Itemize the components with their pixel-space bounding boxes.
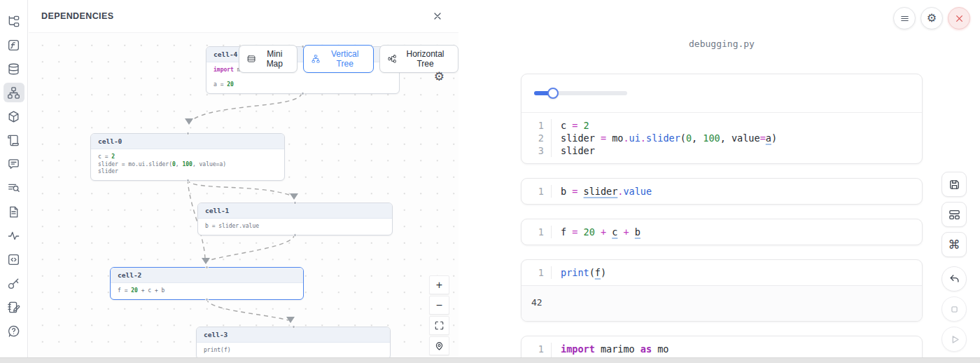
edge-cell-4-cell-0 (190, 93, 302, 121)
graph-node-code: f = 20 + c + b (111, 283, 303, 299)
slider-widget[interactable] (534, 88, 627, 99)
activity-item-documentation[interactable] (4, 202, 24, 221)
activity-item-packages[interactable] (4, 107, 24, 126)
chat-icon (7, 158, 20, 171)
line-number: 3 (522, 144, 551, 157)
view-button-label: Mini Map (260, 49, 289, 69)
graph-node-cell-3[interactable]: cell-3 print(f) (196, 327, 391, 358)
pin-icon (434, 341, 444, 351)
code-line: 1b = slider.value (522, 185, 922, 198)
graph-node-code: print(f) (197, 343, 390, 358)
maximize-icon (434, 320, 444, 331)
zoom-in-button[interactable]: + (429, 275, 449, 294)
node-handle-bottom (186, 179, 190, 182)
activity-item-file-explorer[interactable] (4, 11, 24, 31)
fit-view-button[interactable] (429, 316, 449, 335)
settings-button[interactable]: ⚙ (920, 7, 943, 29)
graph-node-cell-1[interactable]: cell-1 b = slider.value (197, 203, 393, 235)
graph-node-title: cell-3 (197, 327, 390, 343)
node-handle-top (205, 266, 209, 269)
line-number: 1 (522, 119, 551, 132)
line-number: 2 (522, 132, 551, 144)
stop-button[interactable] (941, 296, 967, 322)
edge-cell-1-cell-2 (208, 234, 295, 261)
run-all-button[interactable] (941, 327, 967, 352)
shutdown-button[interactable] (948, 7, 970, 29)
activity-item-dependencies[interactable] (4, 83, 24, 102)
view-button-vertical-tree[interactable]: Vertical Tree (303, 45, 373, 73)
code-line: 1f = 20 + c + b (522, 226, 922, 238)
layout-button[interactable] (941, 202, 967, 227)
code-line: 1c = 2 (522, 119, 922, 132)
notebook-cells: 1c = 22slider = mo.ui.slider(0, 100, val… (521, 74, 923, 358)
graph-node-cell-2[interactable]: cell-2 f = 20 + c + b (110, 267, 304, 300)
play-icon (948, 333, 961, 346)
list-search-icon (7, 182, 20, 195)
activity-item-variables[interactable] (4, 35, 24, 55)
edge-arrowhead (290, 193, 298, 200)
view-button-label: Vertical Tree (325, 49, 365, 69)
notebook-menu-button[interactable] (893, 7, 916, 29)
activity-item-snippets[interactable] (4, 249, 24, 269)
undo-button[interactable] (941, 266, 967, 292)
database-icon (7, 62, 20, 76)
activity-item-data-sources[interactable] (4, 59, 24, 78)
code-editor[interactable]: 1b = slider.value (522, 179, 922, 204)
graph-node-title: cell-1 (198, 203, 392, 219)
notebook-cell-import: 1import marimo as mo2 (521, 336, 923, 358)
plus-icon: + (436, 280, 442, 291)
marimo-app: DEPENDENCIES cell-4 import marimo as mo … (0, 0, 980, 363)
stop-icon (948, 303, 961, 316)
activity-item-help[interactable] (4, 321, 24, 341)
save-button[interactable] (941, 172, 967, 197)
graph-icon (7, 86, 20, 100)
code-line: 1print(f) (522, 266, 922, 279)
activity-item-logs[interactable] (4, 130, 24, 150)
code-editor[interactable]: 1c = 22slider = mo.ui.slider(0, 100, val… (522, 113, 922, 163)
line-number: 1 (522, 185, 551, 198)
code-editor[interactable]: 1print(f) (522, 260, 922, 285)
center-selection-button[interactable] (429, 336, 449, 355)
graph-node-title: cell-0 (91, 134, 284, 149)
slider-thumb[interactable] (547, 88, 559, 99)
edge-arrowhead (286, 317, 295, 323)
vtree-icon (312, 54, 320, 64)
notebook-area: ⚙ debugging.py 1c = 22slider = mo.ui.sli… (459, 0, 980, 358)
close-icon (953, 13, 965, 25)
graph-settings-gear-icon[interactable]: ⚙ (434, 71, 444, 83)
activity-item-secrets[interactable] (4, 273, 24, 293)
graph-node-title: cell-2 (111, 268, 303, 283)
close-panel-button[interactable] (432, 9, 446, 23)
node-handle-top (293, 201, 297, 205)
code-editor[interactable]: 1f = 20 + c + b (522, 219, 922, 245)
activity-icon (7, 229, 20, 242)
activity-item-search-logs[interactable] (4, 178, 24, 198)
view-button-mini-map[interactable]: Mini Map (239, 45, 298, 73)
zoom-controls: +− (429, 275, 449, 355)
dependencies-panel: DEPENDENCIES cell-4 import marimo as mo … (29, 0, 458, 358)
graph-node-cell-0[interactable]: cell-0 c = 2slider = mo.ui.slider(0, 100… (90, 133, 285, 181)
code-editor[interactable]: 1import marimo as mo2 (522, 336, 922, 358)
activity-item-performance[interactable] (4, 226, 24, 245)
notebook-cell-b: 1b = slider.value (521, 178, 923, 205)
node-handle-bottom (205, 298, 209, 301)
dependency-graph-canvas[interactable]: cell-4 import marimo as mo a = 20 cell-0… (29, 33, 458, 358)
view-button-horizontal-tree[interactable]: Horizontal Tree (379, 45, 458, 73)
line-number: 1 (522, 343, 551, 355)
line-number: 1 (522, 226, 551, 238)
keyboard-shortcuts-button[interactable]: ⌘ (941, 232, 967, 257)
zoom-out-button[interactable]: − (429, 296, 449, 315)
notebook-cell-f: 1f = 20 + c + b (521, 219, 923, 245)
cell-output: 42 (522, 285, 922, 321)
node-handle-bottom (293, 233, 297, 237)
code-line: 3slider (522, 144, 922, 157)
help-icon (7, 324, 20, 338)
line-number: 1 (522, 266, 551, 279)
activity-item-scratchpad[interactable] (4, 297, 24, 317)
notebook-icon (7, 301, 20, 314)
tree-icon (7, 15, 20, 28)
activity-item-chat[interactable] (4, 154, 24, 174)
view-button-label: Horizontal Tree (400, 49, 450, 69)
cell-output (522, 74, 922, 113)
edge-arrowhead (202, 258, 210, 264)
